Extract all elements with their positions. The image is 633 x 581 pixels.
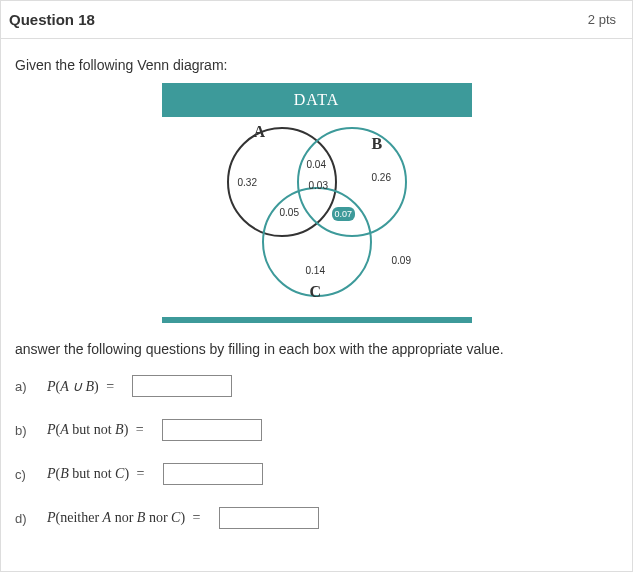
question-title: Question 18 xyxy=(9,11,95,28)
label-b: B xyxy=(372,135,383,153)
expr-a: A xyxy=(103,510,112,525)
region-b-only: 0.26 xyxy=(372,172,391,183)
equals-sign: = xyxy=(137,466,145,481)
p-symbol: P xyxy=(47,466,56,481)
venn-canvas: A B C 0.32 0.26 0.14 0.04 0.03 0.05 0.07… xyxy=(162,117,472,317)
equals-sign: = xyxy=(106,379,114,394)
equals-sign: = xyxy=(136,422,144,437)
part-d-expression: P(neither A nor B nor C) = xyxy=(47,510,205,526)
region-ab: 0.04 xyxy=(307,159,326,170)
part-c-letter: c) xyxy=(15,467,33,482)
region-outside: 0.09 xyxy=(392,255,411,266)
question-points: 2 pts xyxy=(588,12,616,27)
part-b-letter: b) xyxy=(15,423,33,438)
question-container: Question 18 2 pts Given the following Ve… xyxy=(0,0,633,572)
part-b-input[interactable] xyxy=(162,419,262,441)
given-text: Given the following Venn diagram: xyxy=(15,57,618,73)
venn-title-bar: DATA xyxy=(162,83,472,117)
region-ac: 0.05 xyxy=(280,207,299,218)
part-c-row: c) P(B but not C) = xyxy=(15,463,618,485)
part-c-expression: P(B but not C) = xyxy=(47,466,149,482)
region-bc: 0.07 xyxy=(332,207,356,221)
venn-diagram: DATA A B C 0.32 0.26 0.14 0.04 0.03 0.05… xyxy=(162,83,472,323)
expr-neither: neither xyxy=(60,510,102,525)
expr-b: B xyxy=(60,466,69,481)
answer-instruction: answer the following questions by fillin… xyxy=(15,341,618,357)
question-body: Given the following Venn diagram: DATA A… xyxy=(1,39,632,571)
part-a-letter: a) xyxy=(15,379,33,394)
part-a-input[interactable] xyxy=(132,375,232,397)
expr-a: A xyxy=(60,422,69,437)
expr-butnot: but not xyxy=(69,466,115,481)
part-b-row: b) P(A but not B) = xyxy=(15,419,618,441)
part-d-row: d) P(neither A nor B nor C) = xyxy=(15,507,618,529)
expr-nor2: nor xyxy=(145,510,171,525)
equals-sign: = xyxy=(193,510,201,525)
part-d-letter: d) xyxy=(15,511,33,526)
region-a-only: 0.32 xyxy=(238,177,257,188)
expr-butnot: but not xyxy=(69,422,115,437)
p-symbol: P xyxy=(47,379,56,394)
part-b-expression: P(A but not B) = xyxy=(47,422,148,438)
part-c-input[interactable] xyxy=(163,463,263,485)
part-d-input[interactable] xyxy=(219,507,319,529)
p-symbol: P xyxy=(47,510,56,525)
circle-c xyxy=(262,187,372,297)
expr-b: B xyxy=(115,422,124,437)
part-a-row: a) P(A ∪ B) = xyxy=(15,375,618,397)
region-c-only: 0.14 xyxy=(306,265,325,276)
venn-bottom-bar xyxy=(162,317,472,323)
label-a: A xyxy=(254,123,266,141)
expr-inner: A ∪ B xyxy=(60,379,94,394)
expr-nor1: nor xyxy=(111,510,137,525)
label-c: C xyxy=(310,283,322,301)
region-abc: 0.03 xyxy=(309,180,328,191)
part-a-expression: P(A ∪ B) = xyxy=(47,378,118,395)
p-symbol: P xyxy=(47,422,56,437)
question-header: Question 18 2 pts xyxy=(1,1,632,39)
